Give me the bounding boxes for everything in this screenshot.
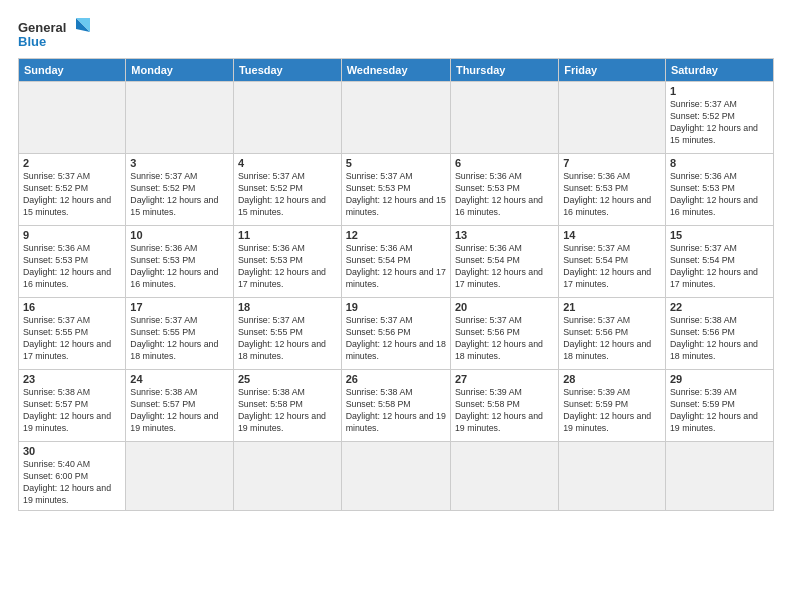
day-info: Sunrise: 5:37 AM Sunset: 5:52 PM Dayligh… xyxy=(238,171,337,219)
day-info: Sunrise: 5:37 AM Sunset: 5:56 PM Dayligh… xyxy=(346,315,446,363)
day-number: 7 xyxy=(563,157,661,169)
calendar-row: 23Sunrise: 5:38 AM Sunset: 5:57 PM Dayli… xyxy=(19,370,774,442)
day-info: Sunrise: 5:38 AM Sunset: 5:58 PM Dayligh… xyxy=(238,387,337,435)
calendar-cell: 5Sunrise: 5:37 AM Sunset: 5:53 PM Daylig… xyxy=(341,154,450,226)
day-number: 17 xyxy=(130,301,229,313)
svg-text:General: General xyxy=(18,20,66,35)
day-info: Sunrise: 5:36 AM Sunset: 5:53 PM Dayligh… xyxy=(670,171,769,219)
calendar-row: 16Sunrise: 5:37 AM Sunset: 5:55 PM Dayli… xyxy=(19,298,774,370)
day-number: 9 xyxy=(23,229,121,241)
calendar: SundayMondayTuesdayWednesdayThursdayFrid… xyxy=(18,58,774,511)
calendar-cell: 1Sunrise: 5:37 AM Sunset: 5:52 PM Daylig… xyxy=(665,82,773,154)
calendar-cell: 10Sunrise: 5:36 AM Sunset: 5:53 PM Dayli… xyxy=(126,226,234,298)
day-info: Sunrise: 5:38 AM Sunset: 5:57 PM Dayligh… xyxy=(130,387,229,435)
calendar-row: 1Sunrise: 5:37 AM Sunset: 5:52 PM Daylig… xyxy=(19,82,774,154)
calendar-cell: 19Sunrise: 5:37 AM Sunset: 5:56 PM Dayli… xyxy=(341,298,450,370)
day-info: Sunrise: 5:36 AM Sunset: 5:53 PM Dayligh… xyxy=(130,243,229,291)
weekday-header-tuesday: Tuesday xyxy=(233,59,341,82)
weekday-header-friday: Friday xyxy=(559,59,666,82)
calendar-cell xyxy=(559,82,666,154)
weekday-header-thursday: Thursday xyxy=(450,59,558,82)
day-number: 13 xyxy=(455,229,554,241)
day-info: Sunrise: 5:39 AM Sunset: 5:59 PM Dayligh… xyxy=(670,387,769,435)
day-number: 24 xyxy=(130,373,229,385)
day-number: 11 xyxy=(238,229,337,241)
calendar-cell xyxy=(665,442,773,511)
calendar-row: 30Sunrise: 5:40 AM Sunset: 6:00 PM Dayli… xyxy=(19,442,774,511)
calendar-cell: 30Sunrise: 5:40 AM Sunset: 6:00 PM Dayli… xyxy=(19,442,126,511)
calendar-cell: 27Sunrise: 5:39 AM Sunset: 5:58 PM Dayli… xyxy=(450,370,558,442)
weekday-header-sunday: Sunday xyxy=(19,59,126,82)
day-number: 15 xyxy=(670,229,769,241)
logo: General Blue xyxy=(18,18,93,50)
day-info: Sunrise: 5:36 AM Sunset: 5:53 PM Dayligh… xyxy=(238,243,337,291)
calendar-cell: 17Sunrise: 5:37 AM Sunset: 5:55 PM Dayli… xyxy=(126,298,234,370)
weekday-header-row: SundayMondayTuesdayWednesdayThursdayFrid… xyxy=(19,59,774,82)
day-number: 22 xyxy=(670,301,769,313)
calendar-cell: 23Sunrise: 5:38 AM Sunset: 5:57 PM Dayli… xyxy=(19,370,126,442)
day-number: 26 xyxy=(346,373,446,385)
calendar-cell: 2Sunrise: 5:37 AM Sunset: 5:52 PM Daylig… xyxy=(19,154,126,226)
weekday-header-saturday: Saturday xyxy=(665,59,773,82)
calendar-cell: 25Sunrise: 5:38 AM Sunset: 5:58 PM Dayli… xyxy=(233,370,341,442)
day-number: 5 xyxy=(346,157,446,169)
day-number: 3 xyxy=(130,157,229,169)
day-number: 10 xyxy=(130,229,229,241)
day-info: Sunrise: 5:38 AM Sunset: 5:58 PM Dayligh… xyxy=(346,387,446,435)
calendar-row: 9Sunrise: 5:36 AM Sunset: 5:53 PM Daylig… xyxy=(19,226,774,298)
calendar-cell: 20Sunrise: 5:37 AM Sunset: 5:56 PM Dayli… xyxy=(450,298,558,370)
calendar-cell: 3Sunrise: 5:37 AM Sunset: 5:52 PM Daylig… xyxy=(126,154,234,226)
calendar-cell: 26Sunrise: 5:38 AM Sunset: 5:58 PM Dayli… xyxy=(341,370,450,442)
day-info: Sunrise: 5:39 AM Sunset: 5:59 PM Dayligh… xyxy=(563,387,661,435)
day-info: Sunrise: 5:37 AM Sunset: 5:55 PM Dayligh… xyxy=(238,315,337,363)
svg-text:Blue: Blue xyxy=(18,34,46,49)
calendar-cell xyxy=(341,442,450,511)
weekday-header-monday: Monday xyxy=(126,59,234,82)
day-info: Sunrise: 5:37 AM Sunset: 5:52 PM Dayligh… xyxy=(670,99,769,147)
calendar-cell xyxy=(341,82,450,154)
calendar-cell xyxy=(19,82,126,154)
logo-icon: General Blue xyxy=(18,18,93,50)
day-info: Sunrise: 5:37 AM Sunset: 5:56 PM Dayligh… xyxy=(563,315,661,363)
calendar-cell xyxy=(126,442,234,511)
calendar-cell xyxy=(233,82,341,154)
day-info: Sunrise: 5:38 AM Sunset: 5:56 PM Dayligh… xyxy=(670,315,769,363)
day-info: Sunrise: 5:37 AM Sunset: 5:53 PM Dayligh… xyxy=(346,171,446,219)
calendar-cell: 9Sunrise: 5:36 AM Sunset: 5:53 PM Daylig… xyxy=(19,226,126,298)
day-info: Sunrise: 5:37 AM Sunset: 5:52 PM Dayligh… xyxy=(130,171,229,219)
calendar-row: 2Sunrise: 5:37 AM Sunset: 5:52 PM Daylig… xyxy=(19,154,774,226)
day-info: Sunrise: 5:37 AM Sunset: 5:52 PM Dayligh… xyxy=(23,171,121,219)
day-number: 6 xyxy=(455,157,554,169)
calendar-cell: 12Sunrise: 5:36 AM Sunset: 5:54 PM Dayli… xyxy=(341,226,450,298)
calendar-cell xyxy=(233,442,341,511)
day-info: Sunrise: 5:37 AM Sunset: 5:54 PM Dayligh… xyxy=(563,243,661,291)
day-info: Sunrise: 5:37 AM Sunset: 5:55 PM Dayligh… xyxy=(130,315,229,363)
day-info: Sunrise: 5:37 AM Sunset: 5:56 PM Dayligh… xyxy=(455,315,554,363)
day-number: 23 xyxy=(23,373,121,385)
day-info: Sunrise: 5:39 AM Sunset: 5:58 PM Dayligh… xyxy=(455,387,554,435)
day-info: Sunrise: 5:37 AM Sunset: 5:54 PM Dayligh… xyxy=(670,243,769,291)
day-number: 25 xyxy=(238,373,337,385)
day-number: 14 xyxy=(563,229,661,241)
calendar-cell: 7Sunrise: 5:36 AM Sunset: 5:53 PM Daylig… xyxy=(559,154,666,226)
calendar-cell: 29Sunrise: 5:39 AM Sunset: 5:59 PM Dayli… xyxy=(665,370,773,442)
day-number: 8 xyxy=(670,157,769,169)
day-info: Sunrise: 5:36 AM Sunset: 5:54 PM Dayligh… xyxy=(346,243,446,291)
day-number: 21 xyxy=(563,301,661,313)
calendar-cell: 24Sunrise: 5:38 AM Sunset: 5:57 PM Dayli… xyxy=(126,370,234,442)
day-number: 19 xyxy=(346,301,446,313)
day-number: 30 xyxy=(23,445,121,457)
day-number: 27 xyxy=(455,373,554,385)
day-number: 1 xyxy=(670,85,769,97)
day-number: 29 xyxy=(670,373,769,385)
calendar-cell: 13Sunrise: 5:36 AM Sunset: 5:54 PM Dayli… xyxy=(450,226,558,298)
calendar-cell xyxy=(126,82,234,154)
day-info: Sunrise: 5:36 AM Sunset: 5:53 PM Dayligh… xyxy=(455,171,554,219)
day-info: Sunrise: 5:37 AM Sunset: 5:55 PM Dayligh… xyxy=(23,315,121,363)
day-number: 12 xyxy=(346,229,446,241)
day-info: Sunrise: 5:38 AM Sunset: 5:57 PM Dayligh… xyxy=(23,387,121,435)
calendar-cell xyxy=(450,442,558,511)
day-info: Sunrise: 5:36 AM Sunset: 5:53 PM Dayligh… xyxy=(23,243,121,291)
calendar-cell: 14Sunrise: 5:37 AM Sunset: 5:54 PM Dayli… xyxy=(559,226,666,298)
day-number: 2 xyxy=(23,157,121,169)
